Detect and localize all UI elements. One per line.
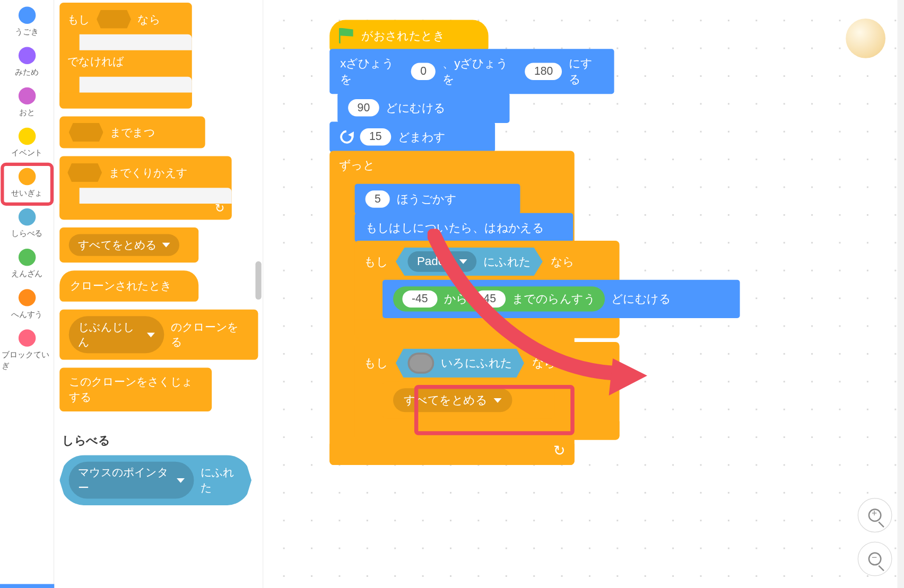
block-palette: もしなら でなければ までまつ までくりかえす ↻ すべてをとめる クローンされ… <box>54 0 263 588</box>
chevron-down-icon <box>147 332 155 337</box>
degrees-input[interactable]: 15 <box>360 128 392 145</box>
steps-input[interactable]: 5 <box>366 190 390 207</box>
block-point-direction[interactable]: 90 どにむける <box>337 93 509 123</box>
block-if-on-edge-bounce[interactable]: もしはしについたら、はねかえる <box>355 213 573 242</box>
loop-arrow-icon: ↻ <box>553 443 565 460</box>
touching-color-reporter[interactable]: いろにふれた <box>396 348 524 378</box>
touching-target-dropdown[interactable]: Paddle <box>407 251 476 272</box>
block-delete-clone[interactable]: このクローンをさくじょする <box>59 368 212 411</box>
block-forever[interactable]: ずっと 5 ほうごかす もしはしについたら、はねかえる もし <box>329 151 575 465</box>
category-variables[interactable]: へんすう <box>2 285 52 326</box>
zoom-in-button[interactable] <box>858 498 892 532</box>
chevron-down-icon <box>494 398 502 402</box>
block-if-touching-color[interactable]: もし いろにふれた なら すべてをとめる <box>355 342 620 440</box>
bool-slot[interactable] <box>69 123 103 142</box>
category-control[interactable]: せいぎょ <box>2 164 52 204</box>
category-sensing[interactable]: しらべる <box>2 204 52 244</box>
y-input[interactable]: 180 <box>525 63 562 80</box>
block-create-clone[interactable]: じぶんじしん のクローンを る <box>59 310 258 360</box>
category-sidebar: うごき みため おと イベント せいぎょ しらべる えんざん へんすう ブロック… <box>0 0 54 588</box>
operators-icon <box>18 249 35 266</box>
motion-icon <box>18 6 35 23</box>
block-when-flag-clicked[interactable]: がおされたとき <box>329 20 488 51</box>
block-goto-xy[interactable]: xざひょうを 0 、yざひょうを 180 にする <box>329 49 614 94</box>
looks-icon <box>18 47 35 64</box>
block-point-direction-random[interactable]: -45 から 45 までのらんすう どにむける <box>383 280 740 318</box>
loop-arrow-icon: ↻ <box>215 201 225 215</box>
palette-section-sensing: しらべる <box>62 433 258 449</box>
category-looks[interactable]: みため <box>2 43 52 83</box>
green-flag-icon <box>339 28 355 43</box>
sound-icon <box>18 87 35 104</box>
category-myblocks[interactable]: ブロックていぎ <box>2 326 52 377</box>
zoom-out-icon <box>868 552 882 566</box>
block-wait-until[interactable]: までまつ <box>59 117 205 148</box>
rand-from-input[interactable]: -45 <box>402 291 437 308</box>
stop-all-dropdown[interactable]: すべてをとめる <box>69 234 179 256</box>
pick-random-reporter[interactable]: -45 から 45 までのらんすう <box>393 286 605 311</box>
category-sound[interactable]: おと <box>2 83 52 124</box>
block-touching[interactable]: マウスのポインター にふれた <box>59 455 251 505</box>
code-workspace[interactable]: がおされたとき xざひょうを 0 、yざひょうを 180 にする 90 どにむけ… <box>263 0 904 588</box>
rotate-cw-icon <box>337 128 356 146</box>
zoom-in-icon <box>868 508 882 522</box>
block-repeat-until[interactable]: までくりかえす ↻ <box>59 156 231 220</box>
control-icon <box>18 168 35 185</box>
c-slot[interactable] <box>80 77 192 93</box>
bottom-accent-bar <box>0 584 54 587</box>
touching-reporter[interactable]: Paddle にふれた <box>396 248 543 276</box>
block-if-touching-paddle[interactable]: もし Paddle にふれた なら <box>355 241 620 338</box>
rand-to-input[interactable]: 45 <box>474 291 506 308</box>
color-picker[interactable] <box>407 353 434 374</box>
x-input[interactable]: 0 <box>411 63 436 80</box>
direction-input[interactable]: 90 <box>348 99 379 116</box>
block-if-then-else[interactable]: もしなら でなければ <box>59 3 192 109</box>
c-slot[interactable] <box>80 34 192 50</box>
palette-scrollbar[interactable] <box>256 261 262 300</box>
c-slot[interactable] <box>80 188 232 204</box>
chevron-down-icon <box>459 259 467 264</box>
events-icon <box>18 128 35 145</box>
zoom-out-button[interactable] <box>858 542 892 576</box>
myblocks-icon <box>18 329 35 346</box>
chevron-down-icon <box>177 478 185 482</box>
block-turn-cw[interactable]: 15 どまわす <box>329 122 495 152</box>
block-move-steps[interactable]: 5 ほうごかす <box>355 184 520 214</box>
block-stop-all[interactable]: すべてをとめる <box>59 227 198 262</box>
clone-target-dropdown[interactable]: じぶんじしん <box>69 316 164 353</box>
bool-slot[interactable] <box>97 10 131 29</box>
category-operators[interactable]: えんざん <box>2 245 52 285</box>
bool-slot[interactable] <box>67 163 102 182</box>
script-stack[interactable]: がおされたとき xざひょうを 0 、yざひょうを 180 にする 90 どにむけ… <box>329 20 647 465</box>
category-motion[interactable]: うごき <box>2 3 52 43</box>
sprite-ball-preview <box>846 19 885 58</box>
chevron-down-icon <box>162 243 170 248</box>
zoom-controls <box>858 498 892 576</box>
stop-dropdown[interactable]: すべてをとめる <box>393 388 512 412</box>
block-when-cloned[interactable]: クローンされたとき <box>59 270 198 302</box>
touching-dropdown[interactable]: マウスのポインター <box>69 462 194 499</box>
sensing-icon <box>18 208 35 225</box>
category-events[interactable]: イベント <box>2 124 52 164</box>
variables-icon <box>18 289 35 306</box>
block-stop-all-in-script[interactable]: すべてをとめる <box>383 382 554 419</box>
right-scroll-gutter <box>898 0 904 588</box>
